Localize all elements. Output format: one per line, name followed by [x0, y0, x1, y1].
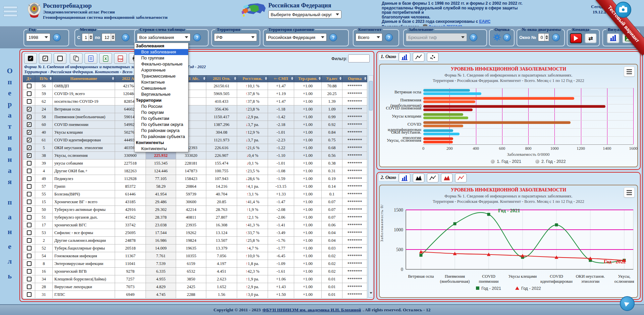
sort-arrows-icon[interactable] [364, 77, 366, 80]
disease-select[interactable]: Брюшной тиф [406, 33, 467, 41]
table-row[interactable]: 39укусы собаками227518155.345228181155.4… [23, 160, 367, 167]
table-row[interactable]: 51туберкулез органов дых.4156228.3784081… [23, 214, 367, 221]
sort-arrows-icon[interactable] [203, 77, 205, 80]
window2-line-chart-button[interactable] [427, 173, 439, 183]
gear-settings-button[interactable] [493, 33, 501, 41]
column-header[interactable]: Уд.вес [322, 76, 342, 82]
row-checkbox[interactable] [27, 99, 32, 104]
table-row[interactable]: 62носительство COVID-19828543410.433↑37,… [23, 98, 367, 105]
column-header[interactable]: Тер.сравн. [294, 76, 322, 82]
territory-compare-help-button[interactable]: ? [329, 34, 337, 41]
year-select[interactable]: 1998 [26, 33, 50, 41]
column-header[interactable]: Наименование [53, 76, 115, 82]
dropdown-item[interactable]: Контингенты [135, 146, 188, 152]
table-row[interactable]: 56ОИВДП421764426150.61↑10,1 %+1.47+1.007… [23, 82, 367, 90]
row-checkbox[interactable] [27, 169, 32, 173]
row-checkbox[interactable] [27, 269, 32, 274]
chart2-menu-button[interactable] [624, 187, 635, 197]
disease-help-button[interactable]: ? [470, 34, 477, 41]
window2-bar-chart-button[interactable] [398, 173, 411, 183]
table-row[interactable]: 59COVID-19, всего12048435969.505↑37,8 %+… [23, 90, 367, 98]
column-header[interactable]: Рост/сниж. [237, 76, 268, 82]
dropdown-item[interactable]: Контактные [135, 79, 188, 85]
table-row[interactable]: ✓24Ветряная оспа646027356.436↑23,8 %-1.1… [23, 105, 367, 113]
row-checkbox[interactable] [27, 223, 32, 227]
excel-export-button[interactable]: X [99, 53, 112, 64]
column-header[interactable]: Оценка [342, 76, 367, 82]
dropdown-item[interactable]: По России [135, 103, 188, 109]
chart-visualization-button[interactable] [607, 33, 620, 43]
column-header[interactable]: 2021 Отн. [206, 76, 237, 82]
chart1-menu-button[interactable] [624, 66, 635, 77]
dropdown-item[interactable]: По субъектам округа [135, 122, 188, 128]
table-row[interactable]: 4Другие ОКИ бак.+182263124.446147873100.… [23, 167, 367, 175]
federal-district-select[interactable]: Выберите Федеральный округ [268, 10, 341, 18]
row-checkbox[interactable] [27, 207, 32, 212]
dropdown-item[interactable]: Вертикальные [135, 91, 188, 97]
score-help-button[interactable]: ? [503, 34, 511, 41]
screenshot-camera-button[interactable] [615, 2, 631, 18]
table-row[interactable]: 15Хронические ВГ - всего4318529.48630600… [23, 198, 367, 206]
dropdown-item[interactable]: По округам [135, 109, 188, 116]
table-row[interactable]: ✓60COVID пневмонии5499221387.296↓3,7 ра.… [23, 121, 367, 129]
table-rows-mode-select[interactable]: Все заболевания [137, 33, 191, 41]
dropdown-item[interactable]: По группам [135, 55, 188, 61]
row-checkbox[interactable] [27, 192, 32, 196]
window2-area-chart-red-button[interactable] [441, 173, 453, 183]
copy-button[interactable] [70, 53, 83, 64]
row-checkbox[interactable] [27, 254, 32, 258]
table-row[interactable]: 17хронический ВГС3374223.0382393516.308↑… [23, 221, 367, 229]
row-checkbox[interactable] [27, 215, 32, 220]
dropdown-item[interactable]: По субъектам [135, 116, 188, 122]
table-rows-mode-help-button[interactable]: ? [193, 34, 201, 41]
window2-area-chart-button[interactable] [413, 173, 425, 183]
table-row[interactable]: 2Другие сальмонел.инфекции2487816.986198… [23, 237, 367, 244]
scrollbar-thumb[interactable] [369, 81, 373, 110]
row-checkbox[interactable] [27, 292, 32, 297]
row-checkbox-checked[interactable]: ✓ [27, 122, 32, 127]
row-checkbox[interactable] [27, 284, 32, 289]
table-row[interactable]: 52Туберк.бациллярные формы2051814.009196… [23, 244, 367, 252]
pdf-export-button[interactable]: PDF [114, 53, 127, 64]
dropdown-item[interactable]: Смешанные [135, 85, 188, 91]
months-help-button[interactable]: ? [122, 34, 129, 41]
table-row[interactable]: 28Вирусные лихорадки70734.82924251.652↑2… [23, 283, 367, 291]
row-checkbox[interactable] [27, 184, 32, 189]
table-row[interactable]: 34Клещевой боррелиоз(Лайма)72574.9553850… [23, 275, 367, 283]
row-checkbox[interactable] [27, 246, 32, 251]
row-checkbox-checked[interactable]: ✓ [27, 153, 32, 158]
window-number-input[interactable]: 0 [538, 33, 549, 41]
document-export-button[interactable] [85, 53, 97, 64]
table-row[interactable]: ✓38Укусы, ослюнения330900225.93233302022… [23, 152, 367, 160]
table-row[interactable]: ✓5ОКИ неустанов. этиологии403590275.5043… [23, 144, 367, 152]
territory-select[interactable]: РФ [214, 33, 257, 41]
row-checkbox[interactable] [27, 238, 32, 243]
column-header[interactable]: П/№ [35, 76, 53, 82]
table-row[interactable]: 31ГЛПС69494.74522881.56↑3,0 ра.+1.50+1.0… [23, 291, 367, 299]
table-scrollbar[interactable] [368, 75, 373, 298]
filter-input[interactable] [348, 54, 370, 62]
sort-arrows-icon[interactable] [339, 77, 341, 80]
window1-bar-chart-button[interactable] [398, 52, 411, 62]
column-header[interactable]: +- СМП [268, 76, 294, 82]
table-row[interactable]: 50Туберкулез активные формы4291629.30242… [23, 206, 367, 214]
month-from-input[interactable]: 1 [82, 33, 93, 41]
sort-arrows-icon[interactable] [291, 77, 293, 80]
dropdown-item[interactable]: По районам субъекта [135, 134, 188, 140]
row-checkbox-checked[interactable]: ✓ [27, 130, 32, 135]
month-to-input[interactable]: 12 [102, 33, 115, 41]
repeat-button[interactable]: ⇄ [585, 33, 597, 43]
select-all-button[interactable]: ✓ [24, 53, 37, 64]
contingent-select[interactable]: Всего [356, 33, 382, 41]
table-row[interactable]: 8Энтеровирусные инфекции110417.53961594.… [23, 260, 367, 268]
row-checkbox[interactable] [27, 230, 32, 235]
window2-line-chart-red-button[interactable] [455, 173, 467, 183]
row-checkbox[interactable] [27, 161, 32, 166]
contingent-help-button[interactable]: ? [385, 34, 393, 41]
dropdown-item[interactable]: Фекально-оральные [135, 61, 188, 67]
dropdown-item[interactable]: По районам округа [135, 128, 188, 134]
play-button[interactable] [570, 33, 582, 43]
row-checkbox[interactable] [27, 84, 32, 88]
russia-map-icon[interactable] [239, 2, 266, 19]
sort-arrows-icon[interactable] [50, 77, 52, 80]
